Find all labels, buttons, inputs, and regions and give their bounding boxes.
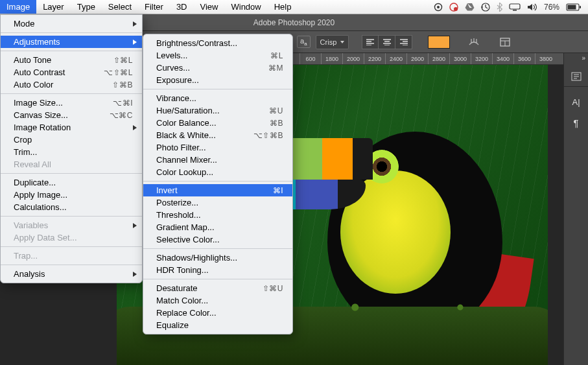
menu-item-label: Shadows/Highlights... [156, 253, 283, 263]
menu-item-label: Duplicate... [14, 178, 133, 187]
mac-status-area: 76% [434, 3, 588, 12]
menu-item-label: Analysis [14, 269, 133, 279]
submenu-arrow-icon [133, 40, 137, 45]
image-menu-adjustments[interactable]: Adjustments [1, 36, 142, 48]
menu-item-shortcut: ⌘M [268, 64, 283, 73]
menu-item-shortcut: ⌘I [273, 186, 283, 195]
menu-item-label: Color Lookup... [156, 167, 283, 177]
menubar-item-layer[interactable]: Layer [36, 0, 71, 14]
image-menu-crop[interactable]: Crop [1, 134, 142, 146]
battery-percent: 76% [544, 3, 559, 12]
align-center-button[interactable] [379, 35, 395, 49]
image-menu-reveal-all: Reveal All [1, 158, 142, 171]
adjustments-menu-levels[interactable]: Levels...⌘L [143, 49, 292, 62]
adjustments-menu-black-white[interactable]: Black & White...⌥⇧⌘B [143, 129, 292, 141]
menu-item-label: Channel Mixer... [156, 155, 283, 165]
menu-item-shortcut: ⇧⌘L [113, 56, 133, 65]
menu-item-label: Replace Color... [156, 308, 283, 318]
menu-item-label: Selective Color... [156, 235, 283, 244]
collapse-panels-icon[interactable]: » [582, 54, 585, 62]
adjustments-menu-replace-color[interactable]: Replace Color... [143, 307, 292, 319]
adjustments-menu-color-balance[interactable]: Color Balance...⌘B [143, 117, 292, 129]
menubar-item-window[interactable]: Window [224, 0, 267, 14]
adjustments-menu-hdr-toning[interactable]: HDR Toning... [143, 264, 292, 276]
adjustments-menu-gradient-map[interactable]: Gradient Map... [143, 221, 292, 233]
menu-item-label: Mode [14, 19, 133, 29]
image-menu-dropdown: ModeAdjustmentsAuto Tone⇧⌘LAuto Contrast… [0, 14, 143, 283]
menubar-item-image[interactable]: Image [0, 0, 36, 14]
ruler-tick: 2200 [364, 53, 385, 64]
adjustments-menu-equalize[interactable]: Equalize [143, 319, 292, 331]
adjustments-menu-separator [143, 181, 292, 182]
menu-item-label: Desaturate [156, 283, 253, 293]
image-menu-duplicate[interactable]: Duplicate... [1, 176, 142, 189]
image-menu-canvas-size[interactable]: Canvas Size...⌥⌘C [1, 109, 142, 121]
adjustments-menu-photo-filter[interactable]: Photo Filter... [143, 141, 292, 154]
menu-item-label: Photo Filter... [156, 143, 283, 152]
ruler-tick: 600 [300, 53, 321, 64]
adjustments-menu-exposure[interactable]: Exposure... [143, 74, 292, 86]
menu-item-label: Vibrance... [156, 93, 283, 103]
status-icon-circle [434, 3, 443, 12]
ruler-tick: 2000 [342, 53, 364, 64]
app-title: Adobe Photoshop 2020 [253, 18, 335, 27]
submenu-arrow-icon [133, 21, 137, 27]
image-menu-mode[interactable]: Mode [1, 18, 142, 30]
image-menu-apply-image[interactable]: Apply Image... [1, 189, 142, 201]
menubar-item-help[interactable]: Help [268, 0, 298, 14]
menu-item-shortcut: ⌘U [269, 106, 283, 115]
adjustments-menu-color-lookup[interactable]: Color Lookup... [143, 166, 292, 178]
adjustments-menu-separator [143, 89, 292, 89]
image-menu-trim[interactable]: Trim... [1, 146, 142, 158]
menubar-item-select[interactable]: Select [102, 0, 138, 14]
ruler-tick: 3200 [471, 53, 492, 64]
image-menu-auto-tone[interactable]: Auto Tone⇧⌘L [1, 54, 142, 66]
text-color-swatch[interactable] [428, 36, 450, 49]
menu-item-label: Invert [156, 185, 264, 195]
menubar-item-filter[interactable]: Filter [138, 0, 170, 14]
menubar-item-type[interactable]: Type [71, 0, 102, 14]
ruler-tick: 3600 [513, 53, 535, 64]
menu-item-label: HDR Toning... [156, 265, 283, 275]
align-left-button[interactable] [362, 35, 379, 49]
image-menu-separator [1, 51, 142, 51]
menubar-item-3d[interactable]: 3D [170, 0, 194, 14]
menu-item-label: Auto Contrast [14, 67, 95, 77]
adjustments-menu-match-color[interactable]: Match Color... [143, 294, 292, 307]
adjustments-menu-hue-saturation[interactable]: Hue/Saturation...⌘U [143, 104, 292, 117]
image-menu-trap: Trap... [1, 250, 142, 262]
status-icon-bluetooth [497, 3, 502, 12]
character-panel-icon[interactable]: A| [569, 95, 584, 109]
adjustments-menu-desaturate[interactable]: Desaturate⇧⌘U [143, 282, 292, 294]
image-menu-auto-contrast[interactable]: Auto Contrast⌥⇧⌘L [1, 66, 142, 78]
adjustments-menu-brightness-contrast[interactable]: Brightness/Contrast... [143, 37, 292, 49]
adjustments-menu-channel-mixer[interactable]: Channel Mixer... [143, 154, 292, 166]
adjustments-menu-curves[interactable]: Curves...⌘M [143, 62, 292, 74]
menu-item-label: Calculations... [14, 202, 133, 212]
status-icon-drive [465, 3, 475, 11]
image-menu-calculations[interactable]: Calculations... [1, 201, 142, 213]
svg-point-3 [454, 7, 458, 11]
ruler-tick: 2800 [428, 53, 449, 64]
panels-toggle-button[interactable] [497, 35, 513, 49]
align-right-button[interactable] [395, 35, 412, 49]
antialias-select[interactable]: Crisp [316, 35, 349, 49]
text-align-group [362, 35, 412, 49]
warp-text-button[interactable] [465, 35, 482, 49]
adjustments-menu-vibrance[interactable]: Vibrance... [143, 92, 292, 104]
properties-panel-icon[interactable] [564, 73, 588, 87]
image-menu-image-rotation[interactable]: Image Rotation [1, 121, 142, 134]
image-menu-analysis[interactable]: Analysis [1, 268, 142, 280]
image-menu-auto-color[interactable]: Auto Color⇧⌘B [1, 78, 142, 91]
image-menu-image-size[interactable]: Image Size...⌥⌘I [1, 97, 142, 109]
paragraph-panel-icon[interactable]: ¶ [569, 115, 584, 130]
aa-indicator: aa [297, 36, 311, 48]
menu-item-label: Image Rotation [14, 123, 133, 132]
adjustments-menu-selective-color[interactable]: Selective Color... [143, 233, 292, 246]
adjustments-menu-posterize[interactable]: Posterize... [143, 196, 292, 209]
adjustments-menu-threshold[interactable]: Threshold... [143, 209, 292, 221]
menubar-item-view[interactable]: View [194, 0, 225, 14]
menu-item-label: Exposure... [156, 75, 283, 85]
adjustments-menu-shadows-highlights[interactable]: Shadows/Highlights... [143, 252, 292, 264]
adjustments-menu-invert[interactable]: Invert⌘I [143, 184, 292, 196]
